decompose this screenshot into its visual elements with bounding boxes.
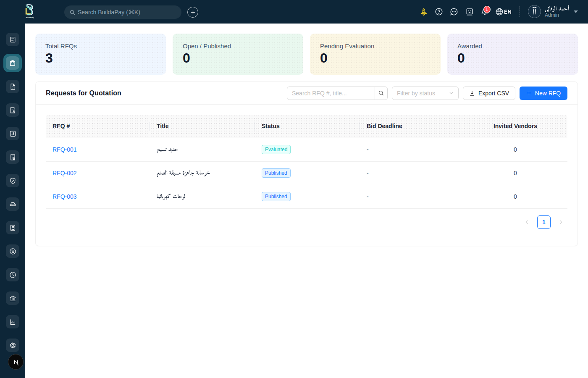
- svg-text:BuildaPay: BuildaPay: [26, 16, 34, 18]
